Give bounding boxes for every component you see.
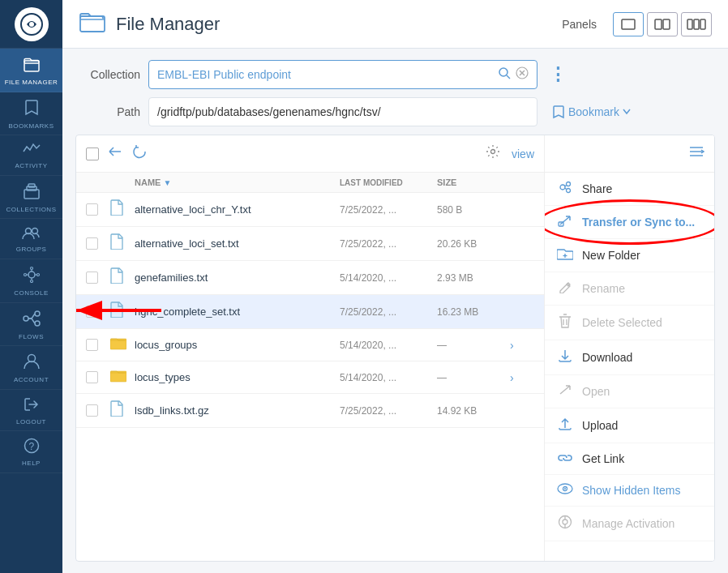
context-menu-transfer[interactable]: Transfer or Sync to... <box>545 206 714 239</box>
refresh-button[interactable] <box>131 143 148 164</box>
file-date: 7/25/2022, ... <box>340 238 437 250</box>
open-icon <box>556 383 574 400</box>
sidebar-item-logout-label: LOGOUT <box>16 418 46 426</box>
context-menu-open[interactable]: Open <box>545 375 714 408</box>
row-checkbox[interactable] <box>86 404 98 417</box>
svg-point-12 <box>36 273 39 276</box>
svg-point-10 <box>30 280 32 282</box>
row-checkbox[interactable] <box>86 272 98 284</box>
settings-icon[interactable] <box>486 144 500 163</box>
sidebar-item-groups[interactable]: GROUPS <box>0 219 62 259</box>
row-checkbox[interactable] <box>86 306 98 318</box>
collection-label: Collection <box>75 68 140 81</box>
svg-point-1 <box>29 22 34 27</box>
view-label[interactable]: view <box>512 148 534 160</box>
flows-icon <box>23 310 41 330</box>
navigate-folder-button[interactable]: › <box>510 371 534 384</box>
sidebar-item-account-label: ACCOUNT <box>14 376 49 384</box>
svg-rect-26 <box>663 19 670 29</box>
groups-icon <box>22 225 41 242</box>
panel-triple-button[interactable] <box>681 12 712 36</box>
sidebar-item-groups-label: GROUPS <box>16 246 47 254</box>
col-header-action <box>510 177 534 187</box>
select-all-checkbox[interactable] <box>86 148 99 160</box>
table-row[interactable]: alternative_loci_set.txt 7/25/2022, ... … <box>76 227 544 261</box>
context-menu-delete[interactable]: Delete Selected <box>545 306 714 340</box>
file-size: 16.23 MB <box>437 306 510 318</box>
sidebar-item-collections-label: COLLECTIONS <box>6 206 57 214</box>
navigate-folder-button[interactable]: › <box>510 339 534 352</box>
table-row[interactable]: alternative_loci_chr_Y.txt 7/25/2022, ..… <box>76 193 544 227</box>
svg-rect-2 <box>24 61 39 71</box>
file-list-panel: view NAME ▼ LAST MODIFIED <box>76 135 544 561</box>
context-menu-manage-activation[interactable]: Manage Activation <box>545 507 714 541</box>
row-checkbox[interactable] <box>86 339 98 351</box>
get-link-label: Get Link <box>582 452 703 465</box>
file-date: 7/25/2022, ... <box>340 204 437 216</box>
svg-line-44 <box>565 186 567 187</box>
row-checkbox[interactable] <box>86 371 98 383</box>
delete-label: Delete Selected <box>582 316 703 329</box>
sidebar-item-help-label: HELP <box>22 460 41 468</box>
file-icon <box>110 233 135 254</box>
share-label: Share <box>582 182 703 195</box>
panel-single-button[interactable] <box>613 12 644 36</box>
context-menu-download[interactable]: Download <box>545 340 714 375</box>
context-toggle-button[interactable] <box>688 145 704 162</box>
sidebar-item-file-manager[interactable]: FILE MANAGER <box>0 49 62 92</box>
bookmark-button[interactable]: Bookmark <box>552 105 631 119</box>
collection-more-button[interactable]: ⋮ <box>549 64 567 85</box>
sidebar-item-collections[interactable]: COLLECTIONS <box>0 176 62 220</box>
sidebar-item-flows-label: FLOWS <box>19 333 44 341</box>
table-row[interactable]: lsdb_links.txt.gz 7/25/2022, ... 14.92 K… <box>76 394 544 428</box>
svg-rect-27 <box>687 19 692 29</box>
table-row[interactable]: locus_types 5/14/2020, ... — › <box>76 361 544 394</box>
path-input[interactable]: /gridftp/pub/databases/genenames/hgnc/ts… <box>148 97 537 126</box>
collection-search-icon[interactable] <box>498 66 511 83</box>
help-icon: ? <box>24 438 40 456</box>
sidebar-item-logout[interactable]: LOGOUT <box>0 390 62 432</box>
context-menu-new-folder[interactable]: New Folder <box>545 239 714 272</box>
activity-icon <box>23 142 41 159</box>
sidebar-item-activity[interactable]: ACTIVITY <box>0 135 62 176</box>
file-name: hgnc_complete_set.txt <box>135 306 340 318</box>
collection-row: Collection EMBL-EBI Public endpoint <box>75 60 715 89</box>
sidebar-item-activity-label: ACTIVITY <box>15 162 47 170</box>
svg-point-35 <box>490 150 495 154</box>
row-checkbox[interactable] <box>86 203 98 216</box>
sidebar-item-flows[interactable]: FLOWS <box>0 303 62 347</box>
table-row-highlighted[interactable]: hgnc_complete_set.txt 7/25/2022, ... 16.… <box>76 295 544 329</box>
file-size: 580 B <box>437 204 510 216</box>
sidebar-item-bookmarks[interactable]: BOOKMARKS <box>0 92 62 136</box>
context-menu-upload[interactable]: Upload <box>545 408 714 443</box>
table-row[interactable]: locus_groups 5/14/2020, ... — › <box>76 329 544 361</box>
parent-dir-button[interactable] <box>107 144 123 163</box>
file-size: — <box>437 372 510 383</box>
svg-point-17 <box>24 316 28 321</box>
logout-icon <box>24 396 40 415</box>
context-menu-get-link[interactable]: Get Link <box>545 443 714 475</box>
show-hidden-label: Show Hidden Items <box>582 484 703 497</box>
panel-double-button[interactable] <box>647 12 678 36</box>
file-name: locus_groups <box>135 339 340 351</box>
table-row[interactable]: genefamilies.txt 5/14/2020, ... 2.93 MB <box>76 261 544 295</box>
file-date: 5/14/2020, ... <box>340 372 437 383</box>
sidebar-item-help[interactable]: ? HELP <box>0 431 62 473</box>
col-header-name[interactable]: NAME ▼ <box>135 177 340 187</box>
sidebar-item-account[interactable]: ACCOUNT <box>0 346 62 390</box>
context-menu-share[interactable]: Share <box>545 173 714 206</box>
collection-close-icon[interactable] <box>516 66 529 83</box>
row-checkbox[interactable] <box>86 237 98 250</box>
manage-activation-label: Manage Activation <box>582 517 703 530</box>
table-header: NAME ▼ LAST MODIFIED SIZE <box>76 173 544 193</box>
file-size: — <box>437 340 510 351</box>
context-menu-show-hidden[interactable]: Show Hidden Items <box>545 475 714 507</box>
file-date: 5/14/2020, ... <box>340 340 437 351</box>
svg-point-19 <box>35 321 40 326</box>
context-menu-rename[interactable]: Rename <box>545 272 714 306</box>
sidebar-item-console[interactable]: CONSOLE <box>0 259 62 303</box>
header-title: File Manager <box>116 14 220 35</box>
panel-buttons <box>613 12 712 36</box>
app-logo[interactable] <box>15 7 49 41</box>
account-icon <box>24 353 40 373</box>
